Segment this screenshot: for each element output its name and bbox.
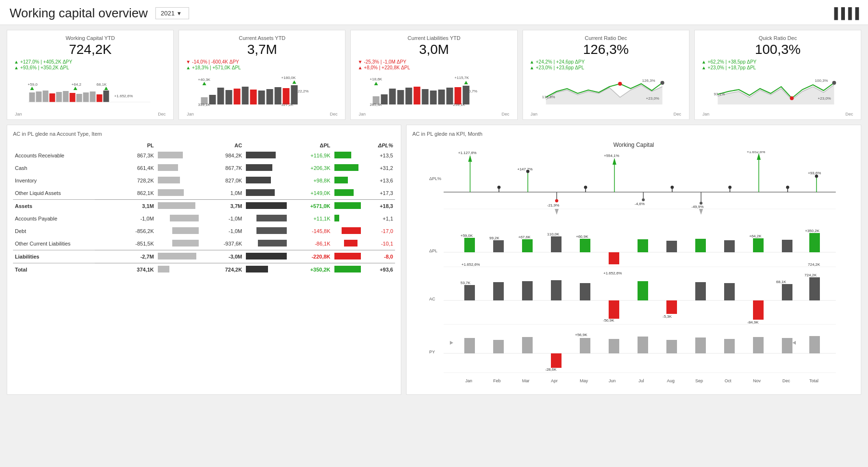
svg-point-64 [832, 81, 836, 85]
svg-text:Apr: Apr [551, 378, 558, 383]
svg-text:+60,9K: +60,9K [576, 234, 588, 239]
svg-rect-93 [246, 253, 287, 259]
year-selector[interactable]: 2021 ▾ [155, 7, 189, 19]
svg-rect-152 [580, 239, 590, 252]
svg-rect-157 [695, 239, 706, 252]
right-panel-title: AC in PL glede na KPI, Month [412, 131, 855, 137]
svg-text:126,3%: 126,3% [642, 78, 655, 83]
row-pl-liab: -2,7M [95, 250, 156, 263]
svg-point-124 [642, 198, 645, 201]
arrow-up-icon-qr2: ▲ [702, 65, 706, 70]
svg-rect-49 [455, 87, 461, 104]
svg-text:Total: Total [809, 378, 818, 383]
row-dpl-ar: +116,9K [292, 149, 332, 162]
left-panel: AC in PL glede na Account Type, Item PL … [7, 125, 401, 395]
kpi-title-current-assets: Current Assets YTD [186, 35, 338, 41]
sparkline-current-ratio: 118,8% 126,3% +23,0% [530, 73, 682, 109]
axis-end-wc: Dec [158, 112, 166, 117]
delta-row-ca-pl: ▲ +18,3% | +571,0K ΔPL [186, 65, 338, 70]
svg-text:+23,0%: +23,0% [646, 96, 659, 101]
svg-text:Sep: Sep [695, 378, 703, 383]
svg-rect-197 [666, 340, 677, 353]
svg-text:93,1%: 93,1% [714, 92, 725, 96]
svg-text:+67,6K: +67,6K [518, 235, 531, 239]
row-pl-ocl: -851,5K [95, 237, 156, 250]
svg-rect-11 [103, 91, 109, 102]
svg-rect-80 [158, 202, 195, 209]
svg-marker-14 [104, 87, 108, 90]
svg-text:118,8%: 118,8% [542, 95, 555, 99]
svg-rect-73 [334, 164, 358, 171]
table-row: Other Current Liabilities -851,5K -937,6… [13, 237, 395, 250]
svg-rect-48 [447, 88, 453, 104]
row-dpl-pct-ola: +17,3 [364, 187, 395, 200]
row-pl-debt: -856,2K [95, 225, 156, 237]
svg-rect-3 [50, 93, 55, 102]
svg-text:+1.652,6%: +1.652,6% [461, 262, 480, 267]
row-dpl-pct-cash: +31,2 [364, 162, 395, 174]
svg-rect-45 [422, 89, 429, 104]
svg-point-132 [728, 186, 731, 189]
delta-pl-text: +93,6% | +350,2K ΔPL [20, 65, 69, 70]
svg-text:+59,0: +59,0 [28, 82, 38, 87]
row-bar-dpl-ap [332, 212, 365, 225]
svg-rect-146 [493, 240, 504, 252]
svg-rect-173 [609, 300, 619, 319]
col-header-ac: AC [203, 142, 244, 149]
svg-rect-30 [283, 88, 290, 104]
svg-text:Dec: Dec [782, 378, 791, 383]
svg-text:+40,3K: +40,3K [198, 78, 211, 82]
svg-rect-188 [464, 338, 475, 353]
table-row: Accounts Receivable 867,3K 984,2K +116,9… [13, 149, 395, 162]
svg-rect-84 [256, 215, 287, 221]
svg-rect-162 [809, 233, 820, 252]
svg-text:+93,6%: +93,6% [808, 171, 821, 175]
kpi-chart-current-liab: +18,6K +115,7K 285,4K 259,1K +80,7% Jan … [357, 73, 510, 117]
kpi-value-current-liab: 3,0M [357, 42, 510, 57]
kpi-deltas-current-assets: ▼ -14,0% | -600,4K ΔPY ▲ +18,3% | +571,0… [186, 59, 338, 70]
page-title: Working capital overview [10, 6, 148, 21]
delta-qr-pl: +23,0% | +18,7pp ΔPL [708, 65, 756, 70]
delta-cr-pl: +23,0% | +23,6pp ΔPL [536, 65, 584, 70]
svg-rect-159 [753, 238, 764, 252]
table-row: Accounts Payable -1,0M -1,0M +11,1K [13, 212, 395, 225]
row-bar-pl-ola [156, 187, 204, 200]
svg-marker-33 [293, 80, 296, 84]
svg-text:327,2K: 327,2K [281, 103, 294, 107]
svg-rect-158 [724, 240, 735, 252]
svg-rect-200 [753, 337, 764, 353]
delta-row-cl-pl: ▲ +8,0% | +220,8K ΔPL [357, 65, 510, 70]
svg-rect-86 [172, 227, 199, 234]
svg-marker-203 [450, 341, 453, 345]
kpi-value-quick-ratio: 100,3% [702, 42, 854, 57]
row-pl-assets: 3,1M [95, 200, 156, 213]
row-bar-dpl-debt [332, 225, 365, 237]
delta-cl-py: -25,3% | -1,0M ΔPY [364, 59, 406, 65]
svg-text:+1.652,6%: +1.652,6% [115, 94, 133, 98]
svg-marker-52 [464, 81, 468, 84]
svg-rect-2 [43, 91, 49, 102]
delta-row-cl-py: ▼ -25,3% | -1,0M ΔPY [357, 59, 510, 65]
row-dpl-pct-inv: +13,6 [364, 174, 395, 187]
svg-text:+18,6K: +18,6K [370, 77, 383, 81]
svg-rect-83 [170, 215, 199, 221]
svg-rect-77 [158, 189, 184, 196]
svg-rect-7 [77, 94, 82, 102]
row-bar-ac-ar [244, 149, 292, 162]
svg-rect-43 [406, 88, 412, 104]
svg-text:53,7K: 53,7K [460, 281, 471, 285]
row-bar-pl-debt [156, 225, 204, 237]
row-bar-pl-total [156, 263, 204, 276]
row-bar-dpl-total [332, 263, 365, 276]
svg-rect-82 [334, 202, 361, 209]
svg-text:+1.127,6%: +1.127,6% [458, 151, 476, 155]
svg-text:724,2K: 724,2K [808, 262, 820, 267]
row-dpl-liab: -220,8K [292, 250, 332, 263]
svg-rect-92 [158, 253, 196, 259]
svg-text:259,1K: 259,1K [453, 103, 466, 107]
svg-text:Jul: Jul [638, 378, 644, 383]
svg-rect-8 [83, 92, 89, 102]
svg-marker-204 [792, 341, 796, 345]
svg-text:-4,6%: -4,6% [635, 202, 645, 206]
kpi-deltas-working-capital: ▲ +127,0% | +405,2K ΔPY ▲ +93,6% | +350,… [14, 59, 166, 70]
